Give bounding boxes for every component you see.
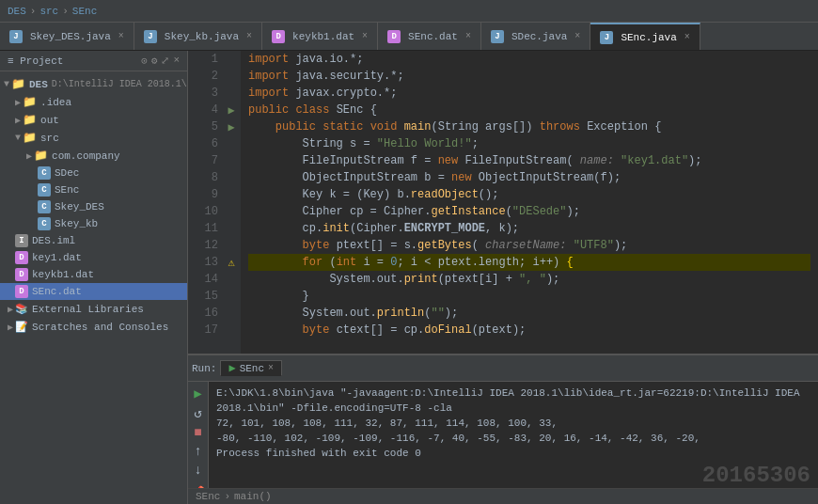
tab-label: SEnc.dat: [408, 31, 458, 42]
expand-arrow-icon: ▶: [26, 150, 32, 162]
tree-label: SDec: [55, 167, 79, 179]
tree-item-com-company[interactable]: ▶ 📁 com.company: [0, 147, 187, 165]
run-label: Run:: [192, 363, 216, 374]
tree-item-senc-dat[interactable]: D SEnc.dat: [0, 283, 187, 300]
dat-icon: D: [272, 30, 285, 43]
code-line-15: }: [248, 288, 810, 305]
run-arrow-icon[interactable]: ▶: [228, 120, 234, 134]
tab-sdec[interactable]: J SDec.java ×: [481, 23, 590, 50]
code-line-13: for (int i = 0; i < ptext.length; i++) {: [248, 254, 810, 271]
warning-icon: ⚠: [228, 256, 234, 270]
run-button[interactable]: ▶: [190, 386, 207, 402]
editor-breadcrumb: SEnc › main(): [188, 488, 818, 504]
tab-senc-dat[interactable]: D SEnc.dat ×: [378, 23, 481, 50]
run-tab-label: SEnc: [240, 363, 264, 374]
stop-button[interactable]: ■: [190, 425, 207, 440]
run-output: E:\JDK\1.8\bin\java "-javaagent:D:\Intel…: [209, 382, 818, 488]
sync-icon[interactable]: ⊙: [141, 55, 148, 67]
expand-arrow-icon: ▶: [15, 115, 21, 126]
code-line-5: public static void main(String args[]) t…: [248, 118, 810, 135]
tab-close-icon[interactable]: ×: [465, 31, 471, 41]
tab-skey-kb[interactable]: J Skey_kb.java ×: [134, 23, 262, 50]
tab-senc-java[interactable]: J SEnc.java ×: [590, 23, 700, 50]
tab-close-icon[interactable]: ×: [362, 31, 368, 41]
tab-label: SDec.java: [511, 31, 567, 42]
tab-close-icon[interactable]: ×: [684, 32, 690, 42]
main-area: ≡ Project ⊙ ⚙ ⤢ × ▼ 📁 DES D:\IntelliJ ID…: [0, 51, 818, 504]
tree-item-des[interactable]: ▼ 📁 DES D:\IntelliJ IDEA 2018.1\: [0, 75, 187, 93]
expand-icon[interactable]: ⤢: [161, 55, 169, 67]
editor: 1 2 3 4 5 6 7 8 9 10 11 12 13 14 15 16 1: [188, 51, 818, 504]
run-status-icon: ▶: [228, 361, 235, 375]
java-icon: J: [9, 30, 23, 43]
tree-label: out: [40, 115, 59, 126]
code-line-4: public class SEnc {: [248, 102, 810, 118]
sidebar: ≡ Project ⊙ ⚙ ⤢ × ▼ 📁 DES D:\IntelliJ ID…: [0, 51, 188, 504]
expand-arrow-icon: ▶: [8, 304, 13, 315]
run-tab-senc[interactable]: ▶ SEnc ×: [220, 360, 282, 376]
expand-arrow-icon: ▶: [8, 322, 13, 333]
sidebar-item-scratches[interactable]: ▶ 📝 Scratches and Consoles: [0, 318, 187, 336]
output-line-1: 72, 101, 108, 108, 111, 32, 87, 111, 114…: [216, 416, 810, 431]
run-arrow-icon[interactable]: ▶: [228, 103, 234, 118]
tree-item-key1[interactable]: D key1.dat: [0, 249, 187, 266]
scroll-down-button[interactable]: ↓: [190, 463, 207, 478]
breadcrumb-main-label: main(): [234, 491, 272, 502]
code-line-7: FileInputStream f = new FileInputStream(…: [248, 152, 810, 169]
code-line-12: byte ptext[] = s.getBytes( charsetName: …: [248, 237, 810, 254]
tab-label: keykb1.dat: [292, 31, 354, 42]
rerun-button[interactable]: ↺: [190, 405, 207, 421]
breadcrumb-src[interactable]: src: [39, 6, 58, 17]
tree-item-src[interactable]: ▼ 📁 src: [0, 129, 187, 147]
tab-keykb1[interactable]: D keykb1.dat ×: [262, 23, 378, 50]
tree-item-keykb1[interactable]: D keykb1.dat: [0, 266, 187, 283]
expand-arrow-icon: ▶: [15, 97, 21, 108]
tree-item-senc[interactable]: C SEnc: [0, 181, 187, 198]
tree-label: .idea: [40, 97, 71, 108]
breadcrumb-des[interactable]: DES: [8, 6, 26, 17]
tab-skey-des[interactable]: J Skey_DES.java ×: [0, 23, 134, 50]
cmd-line: E:\JDK\1.8\bin\java "-javaagent:D:\Intel…: [216, 386, 810, 416]
sidebar-header-icons: ⊙ ⚙ ⤢ ×: [141, 55, 180, 67]
tab-close-icon[interactable]: ×: [574, 31, 580, 41]
sidebar-item-external-libraries[interactable]: ▶ 📚 External Libraries: [0, 300, 187, 318]
top-bar: DES › src › SEnc: [0, 0, 818, 23]
tree-label: src: [40, 133, 59, 144]
tree-label: key1.dat: [32, 252, 82, 263]
scroll-up-button[interactable]: ↑: [190, 444, 207, 459]
tab-label: SEnc.java: [621, 32, 676, 43]
dat-icon: D: [15, 251, 28, 264]
settings-icon[interactable]: ⚙: [151, 55, 158, 67]
tree-label: Skey_DES: [55, 201, 104, 213]
java-icon: C: [38, 200, 51, 213]
tree-label: Scratches and Consoles: [32, 322, 168, 333]
tab-label: Skey_kb.java: [165, 31, 239, 42]
tree-item-des-iml[interactable]: I DES.iml: [0, 232, 187, 249]
output-line-3: Process finished with exit code 0: [216, 446, 810, 461]
watermark: 20165306: [216, 468, 810, 483]
dat-icon: D: [387, 30, 401, 43]
tree-label: com.company: [52, 150, 120, 162]
expand-arrow-icon: ▼: [4, 79, 9, 89]
run-tab-bar: Run: ▶ SEnc ×: [188, 355, 818, 382]
sidebar-header: ≡ Project ⊙ ⚙ ⤢ ×: [0, 51, 187, 71]
folder-icon: 📁: [23, 95, 37, 109]
tree-item-sdec[interactable]: C SDec: [0, 165, 187, 181]
close-icon[interactable]: ×: [173, 55, 180, 67]
tree-item-out[interactable]: ▶ 📁 out: [0, 111, 187, 129]
tab-close-icon[interactable]: ×: [118, 31, 124, 41]
breadcrumb-senc[interactable]: SEnc: [72, 6, 97, 17]
tree-label: DES: [29, 79, 48, 90]
code-area[interactable]: import java.io.*; import java.security.*…: [241, 51, 818, 354]
folder-icon: 📁: [23, 113, 37, 127]
tree-label: External Libraries: [32, 304, 144, 315]
tree-item-skey-kb[interactable]: C Skey_kb: [0, 215, 187, 232]
tree-item-idea[interactable]: ▶ 📁 .idea: [0, 93, 187, 111]
tab-close-icon[interactable]: ×: [268, 363, 274, 373]
tree-path: D:\IntelliJ IDEA 2018.1\: [52, 79, 187, 89]
tree-item-skey-des[interactable]: C Skey_DES: [0, 198, 187, 215]
code-line-11: cp.init(Cipher.ENCRYPT_MODE, k);: [248, 220, 810, 237]
expand-arrow-icon: ▼: [15, 133, 21, 143]
java-icon: J: [600, 31, 613, 44]
tab-close-icon[interactable]: ×: [246, 31, 252, 41]
